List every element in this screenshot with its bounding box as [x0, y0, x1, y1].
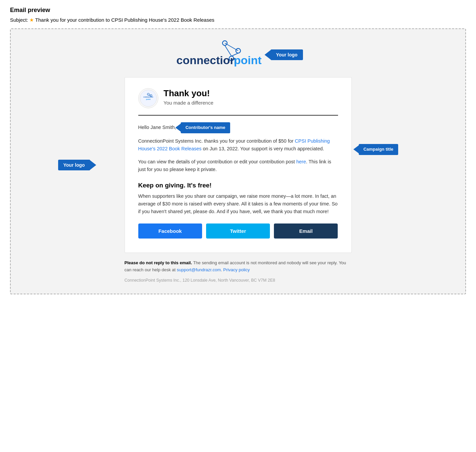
here-link[interactable]: here [296, 159, 306, 164]
body-text-1-post: on Jun 13, 2022. Your support is very mu… [201, 146, 324, 151]
keep-giving-section: Keep on giving. It's free! When supporte… [138, 182, 338, 216]
your-logo-badge-left: Your logo [58, 160, 90, 170]
email-footer: Please do not reply to this email. The s… [125, 260, 352, 284]
svg-text:connection: connection [176, 54, 237, 66]
twitter-button[interactable]: Twitter [206, 223, 270, 239]
facebook-button[interactable]: Facebook [138, 223, 202, 239]
thank-you-subheading: You made a difference [164, 100, 213, 106]
email-card: Your logo connection point Thank you! Yo… [125, 77, 352, 253]
greeting-line: Hello Jane Smith, Contributor's name [138, 122, 338, 133]
svg-text:point: point [146, 98, 151, 100]
body-paragraph-1: ConnectionPoint Systems Inc. thanks you … [138, 137, 338, 153]
email-preview-wrapper: connection point Your logo Your logo con… [10, 28, 466, 294]
campaign-title-badge: Campaign title [359, 144, 398, 155]
svg-line-4 [225, 43, 238, 51]
keep-giving-heading: Keep on giving. It's free! [138, 182, 338, 189]
subject-text: Thank you for your contribution to CPSI … [35, 17, 214, 23]
keep-giving-body: When supporters like you share our campa… [138, 192, 338, 216]
subject-label: Subject: [10, 17, 28, 23]
footer-address: ConnectionPoint Systems Inc., 120 Lonsda… [125, 277, 352, 284]
contributor-name-badge: Contributor's name [181, 122, 230, 133]
greeting-text: Hello Jane Smith, [138, 125, 176, 130]
footer-privacy-link[interactable]: Privacy policy [223, 267, 250, 272]
page-title: Email preview [10, 7, 466, 14]
svg-text:point: point [234, 54, 262, 66]
divider [138, 115, 338, 116]
subject-line: Subject: ★ Thank you for your contributi… [10, 17, 466, 23]
share-buttons: Facebook Twitter Email [138, 223, 338, 239]
email-button[interactable]: Email [274, 223, 338, 239]
thank-you-heading: Thank you! [164, 88, 213, 99]
connectionpoint-logo: connection point [173, 39, 267, 70]
body-text-2-pre: You can view the details of your contrib… [138, 159, 296, 164]
body-paragraph-2: You can view the details of your contrib… [138, 158, 338, 173]
footer-do-not-reply-bold: Please do not reply to this email. [125, 260, 192, 265]
your-logo-badge-top: Your logo [271, 49, 303, 60]
card-header-text: Thank you! You made a difference [164, 88, 213, 106]
card-header: connection point Thank you! You made a d… [138, 88, 338, 108]
footer-support-link[interactable]: support@fundrazr.com [177, 267, 221, 272]
logo-area: connection point Your logo [173, 39, 303, 70]
subject-star: ★ [29, 17, 34, 23]
body-text-1-pre: ConnectionPoint Systems Inc. thanks you … [138, 138, 295, 144]
org-logo-circle: connection point [138, 88, 158, 108]
email-header: connection point Your logo [24, 39, 452, 70]
